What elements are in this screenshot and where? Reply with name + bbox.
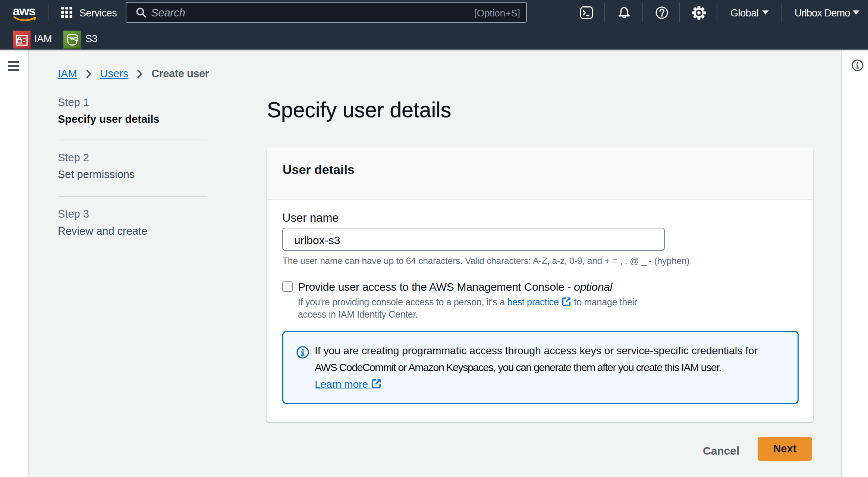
svg-text:aws: aws bbox=[13, 4, 35, 18]
